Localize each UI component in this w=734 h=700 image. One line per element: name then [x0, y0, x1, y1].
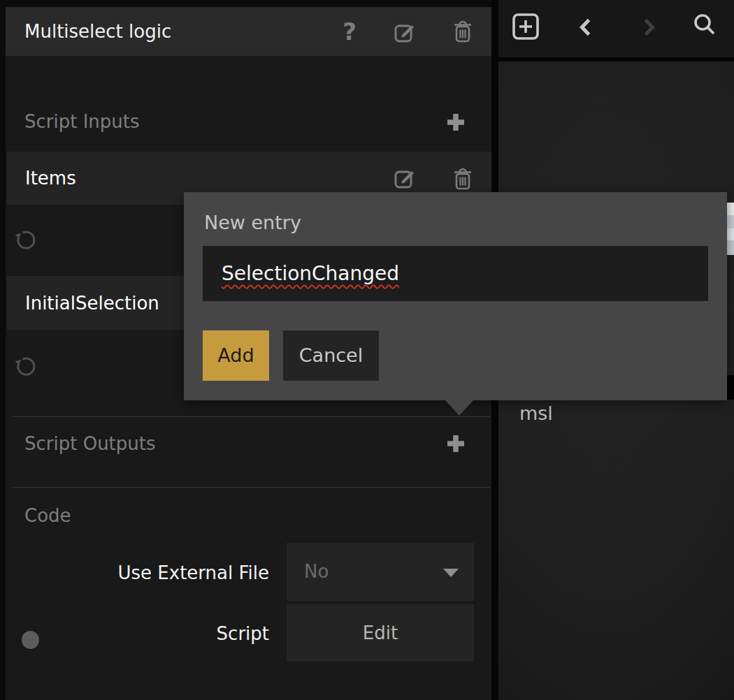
use-external-file-label: Use External File: [48, 561, 269, 585]
trash-icon[interactable]: [452, 166, 473, 191]
chevron-right-icon[interactable]: [639, 17, 659, 37]
section-divider: [13, 416, 490, 417]
search-icon[interactable]: [692, 13, 720, 41]
control-preview-fragment: [727, 203, 734, 255]
section-script-outputs: Script Outputs: [24, 431, 156, 456]
entry-name-input[interactable]: SelectionChanged: [203, 246, 708, 301]
add-square-icon[interactable]: [512, 13, 540, 41]
chevron-left-icon[interactable]: [576, 17, 596, 37]
section-divider: [13, 487, 490, 488]
reset-icon[interactable]: [13, 228, 38, 253]
edit-icon[interactable]: [392, 20, 417, 45]
help-icon[interactable]: ?: [339, 16, 360, 47]
app-window: Multiselect logic ? Script Inputs: [0, 0, 734, 700]
popup-title: New entry: [204, 210, 301, 235]
use-external-file-dropdown[interactable]: No: [287, 543, 474, 601]
add-script-output-button[interactable]: [446, 434, 466, 453]
canvas-toolbar: [498, 0, 734, 57]
trash-icon[interactable]: [452, 19, 473, 44]
section-code: Code: [24, 503, 71, 528]
script-label: Script: [48, 622, 269, 646]
add-script-input-button[interactable]: [446, 112, 466, 132]
section-script-inputs: Script Inputs: [24, 109, 140, 134]
new-entry-popup: New entry SelectionChanged Add Cancel: [184, 192, 727, 400]
caret-down-icon: [443, 569, 459, 577]
entry-name-value: SelectionChanged: [222, 246, 399, 301]
dropdown-selected-value: No: [304, 543, 329, 601]
cancel-button[interactable]: Cancel: [283, 330, 379, 381]
edit-icon[interactable]: [392, 166, 417, 191]
popup-pointer: [445, 400, 473, 416]
script-input-name: Items: [25, 152, 76, 205]
add-button[interactable]: Add: [203, 330, 269, 381]
canvas-item-label[interactable]: msl: [519, 402, 553, 425]
node-fragment: [727, 375, 734, 400]
reset-icon[interactable]: [13, 354, 38, 379]
component-titlebar: Multiselect logic ?: [6, 7, 491, 56]
script-edit-button[interactable]: Edit: [287, 604, 474, 662]
component-title: Multiselect logic: [24, 7, 171, 56]
port-dot: [22, 631, 39, 649]
script-input-name: InitialSelection: [25, 276, 159, 330]
